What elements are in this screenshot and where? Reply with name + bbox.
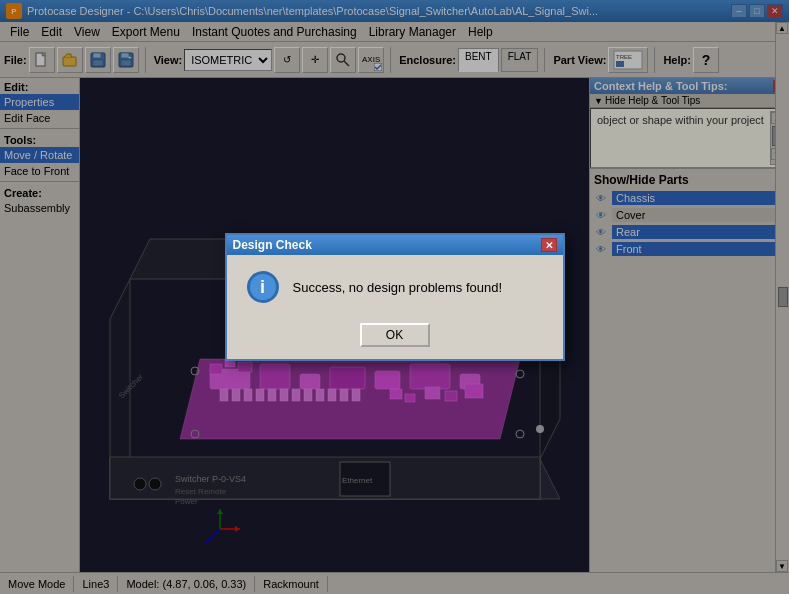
modal-overlay: Design Check ✕ i Success, no design prob…	[0, 0, 789, 594]
dialog-title: Design Check	[233, 238, 312, 252]
dialog-body: i Success, no design problems found!	[227, 255, 563, 319]
design-check-dialog: Design Check ✕ i Success, no design prob…	[225, 233, 565, 361]
info-icon: i	[247, 271, 279, 303]
dialog-message: Success, no design problems found!	[293, 280, 503, 295]
ok-button[interactable]: OK	[360, 323, 430, 347]
dialog-title-bar: Design Check ✕	[227, 235, 563, 255]
dialog-close-button[interactable]: ✕	[541, 238, 557, 252]
dialog-footer: OK	[227, 319, 563, 359]
